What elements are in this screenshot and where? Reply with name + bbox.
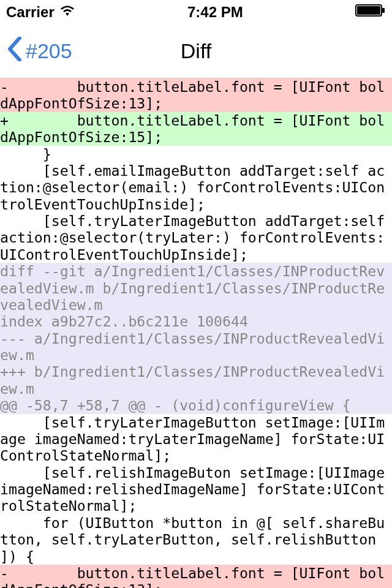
page-title: Diff [181, 39, 211, 63]
diff-line-ctx: for (UIButton *button in @[ self.shareBu… [0, 514, 392, 565]
diff-line-del: - button.titleLabel.font = [UIFont boldA… [0, 565, 392, 588]
diff-line-hdr: --- a/Ingredient1/Classes/INProductRevea… [0, 330, 392, 364]
diff-line-hdr: index a9b27c2..b6c211e 100644 [0, 313, 392, 330]
diff-line-hunk: @@ -58,7 +58,7 @@ - (void)configureView … [0, 397, 392, 413]
diff-line-ctx: } [0, 146, 392, 162]
status-right [355, 4, 386, 21]
diff-line-hdr: diff --git a/Ingredient1/Classes/INProdu… [0, 263, 392, 313]
diff-line-ctx: [self.tryLaterImageButton addTarget:self… [0, 213, 392, 263]
wifi-icon [59, 4, 75, 21]
status-bar: Carrier 7:42 PM [0, 0, 392, 24]
diff-viewer[interactable]: - button.titleLabel.font = [UIFont boldA… [0, 78, 392, 588]
back-label: #205 [26, 39, 72, 63]
status-time: 7:42 PM [187, 4, 243, 21]
diff-line-ctx: [self.emailImageButton addTarget:self ac… [0, 162, 392, 213]
carrier-label: Carrier [6, 4, 55, 21]
chevron-left-icon [7, 37, 26, 66]
diff-line-add: + button.titleLabel.font = [UIFont boldA… [0, 112, 392, 146]
nav-bar: #205 Diff [0, 24, 392, 78]
back-button[interactable]: #205 [0, 37, 72, 66]
status-left: Carrier [6, 4, 75, 21]
diff-line-ctx: [self.relishImageButon setImage:[UIImage… [0, 464, 392, 514]
diff-line-ctx: [self.tryLaterImageButton setImage:[UIIm… [0, 414, 392, 464]
battery-icon [355, 4, 386, 21]
diff-line-del: - button.titleLabel.font = [UIFont boldA… [0, 78, 392, 112]
svg-rect-2 [382, 8, 385, 13]
diff-line-hdr: +++ b/Ingredient1/Classes/INProductRevea… [0, 363, 392, 397]
svg-rect-1 [357, 6, 380, 15]
